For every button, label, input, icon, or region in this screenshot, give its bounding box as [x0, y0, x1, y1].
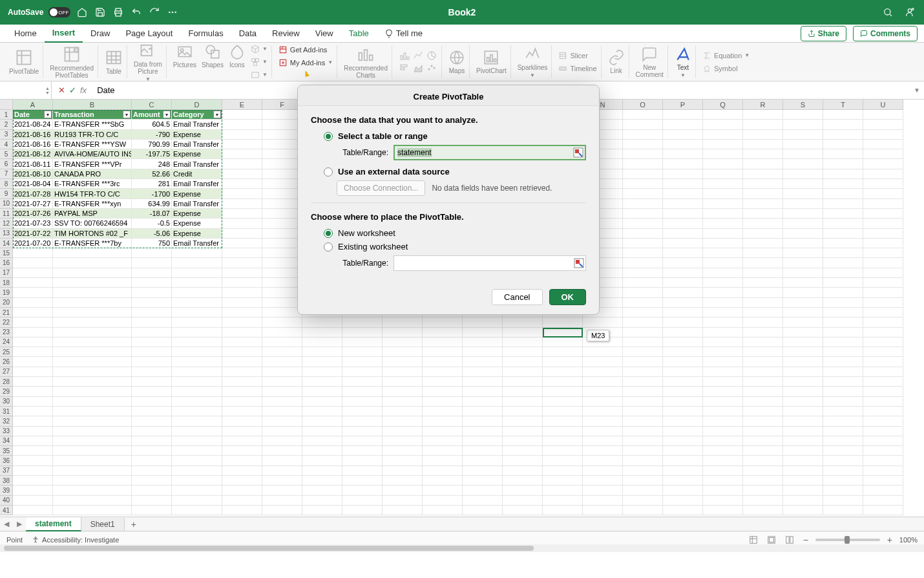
ribbon-smartart[interactable]: ▼: [251, 56, 268, 68]
cell[interactable]: [222, 288, 262, 297]
cell[interactable]: [863, 209, 903, 219]
cell[interactable]: [663, 387, 703, 396]
cell[interactable]: [132, 308, 172, 317]
cell[interactable]: [383, 476, 423, 486]
cell[interactable]: [463, 367, 503, 377]
row-header-32[interactable]: 32: [0, 416, 13, 426]
ribbon-screenshot[interactable]: ▼: [251, 69, 268, 81]
ribbon-text[interactable]: Text ▼: [675, 46, 691, 78]
cell[interactable]: [863, 288, 903, 297]
cell[interactable]: [132, 288, 172, 297]
cell[interactable]: [13, 258, 53, 268]
cell[interactable]: [743, 149, 783, 159]
cell[interactable]: [703, 407, 743, 416]
cell[interactable]: [543, 427, 583, 436]
table-cell[interactable]: 2021-08-10: [13, 169, 53, 179]
cell[interactable]: [743, 416, 783, 426]
cell[interactable]: [222, 229, 262, 239]
cell[interactable]: [302, 377, 342, 387]
table-cell[interactable]: 2021-08-16: [13, 130, 53, 140]
cell[interactable]: [863, 298, 903, 308]
ribbon-pivotchart[interactable]: PivotChart: [476, 49, 507, 74]
cell[interactable]: [823, 268, 863, 278]
cell[interactable]: [172, 416, 222, 426]
cell[interactable]: [132, 456, 172, 466]
cell[interactable]: [172, 258, 222, 268]
cell[interactable]: [262, 317, 302, 327]
cell[interactable]: [783, 149, 823, 159]
table-cell[interactable]: 790.99: [132, 140, 172, 149]
cell[interactable]: [172, 357, 222, 367]
cell[interactable]: [663, 239, 703, 248]
cell[interactable]: [53, 416, 132, 426]
ribbon-slicer[interactable]: Slicer: [558, 50, 596, 61]
table-cell[interactable]: -0.5: [132, 219, 172, 228]
cell[interactable]: [743, 446, 783, 456]
cell[interactable]: [743, 496, 783, 506]
cell[interactable]: [53, 397, 132, 407]
cell[interactable]: [743, 189, 783, 198]
cell[interactable]: [783, 466, 823, 476]
cell[interactable]: [262, 120, 302, 129]
cell[interactable]: [222, 278, 262, 288]
cell[interactable]: [172, 377, 222, 387]
cell[interactable]: [222, 466, 262, 476]
cell[interactable]: [623, 258, 663, 268]
cell[interactable]: [623, 149, 663, 159]
col-header-F[interactable]: F: [262, 100, 302, 110]
cell[interactable]: [863, 407, 903, 416]
cell[interactable]: [703, 446, 743, 456]
cell[interactable]: [783, 317, 823, 327]
cell[interactable]: [783, 110, 823, 120]
cell[interactable]: [132, 278, 172, 288]
cell[interactable]: [222, 219, 262, 228]
row-header-40[interactable]: 40: [0, 496, 13, 506]
cell[interactable]: [172, 446, 222, 456]
cell[interactable]: [132, 387, 172, 396]
cell[interactable]: [13, 278, 53, 288]
cell[interactable]: [783, 199, 823, 209]
cell[interactable]: [302, 436, 342, 446]
cell[interactable]: [342, 367, 383, 377]
cell[interactable]: [863, 258, 903, 268]
cell[interactable]: [423, 446, 463, 456]
cell[interactable]: [663, 506, 703, 515]
print-icon[interactable]: [112, 6, 125, 19]
cell[interactable]: [383, 436, 423, 446]
cell[interactable]: [423, 506, 463, 515]
cell[interactable]: [583, 456, 623, 466]
row-header-24[interactable]: 24: [0, 337, 13, 347]
cell[interactable]: [262, 288, 302, 297]
ribbon-my-addins[interactable]: My Add-ins ▼: [278, 57, 333, 69]
table-cell[interactable]: Email Transfer: [172, 120, 222, 129]
row-header-15[interactable]: 15: [0, 248, 13, 258]
cell[interactable]: [703, 506, 743, 515]
cell[interactable]: [302, 337, 342, 347]
cell[interactable]: [823, 367, 863, 377]
cell[interactable]: [132, 357, 172, 367]
cell[interactable]: [823, 446, 863, 456]
select-all-corner[interactable]: [0, 100, 13, 110]
cell[interactable]: [302, 407, 342, 416]
table-cell[interactable]: 750: [132, 239, 172, 248]
cell[interactable]: [383, 446, 423, 456]
cell[interactable]: [222, 268, 262, 278]
cell[interactable]: [172, 298, 222, 308]
cell[interactable]: [222, 436, 262, 446]
cell[interactable]: [703, 476, 743, 486]
cell[interactable]: [463, 337, 503, 347]
tab-review[interactable]: Review: [264, 25, 308, 42]
cell[interactable]: [53, 407, 132, 416]
zoom-in-button[interactable]: +: [885, 535, 894, 545]
table-cell[interactable]: E-TRANSFER ***YSW: [53, 140, 132, 149]
cell[interactable]: [543, 328, 583, 337]
cell[interactable]: [262, 416, 302, 426]
table-cell[interactable]: 2021-07-27: [13, 199, 53, 209]
cell[interactable]: [262, 466, 302, 476]
cell[interactable]: [222, 476, 262, 486]
cell[interactable]: [463, 496, 503, 506]
cell[interactable]: [13, 248, 53, 258]
cell[interactable]: [823, 328, 863, 337]
cell[interactable]: [663, 140, 703, 149]
cell[interactable]: [383, 456, 423, 466]
